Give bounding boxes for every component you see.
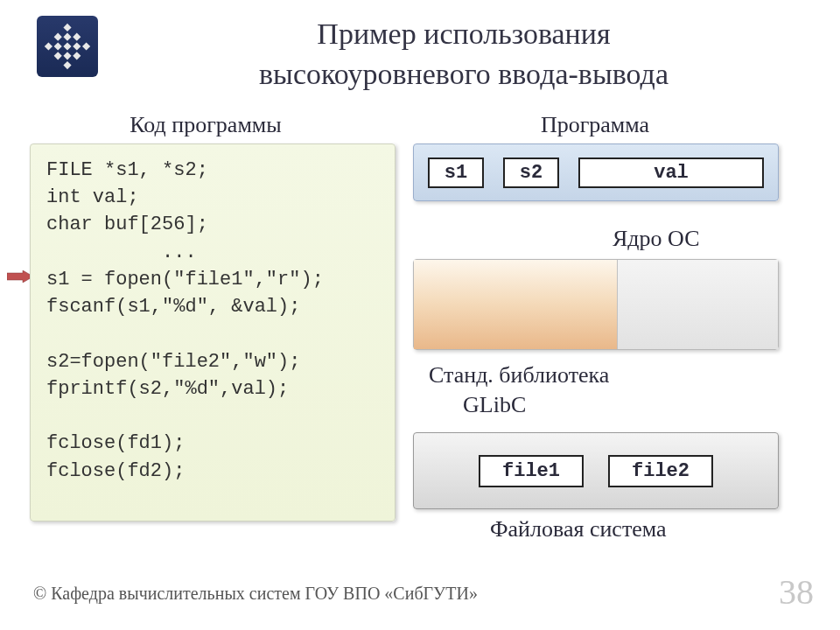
svg-rect-6: [63, 42, 71, 50]
title-line-1: Пример использования: [317, 18, 610, 50]
page-number: 38: [779, 571, 814, 612]
kernel-box: [413, 259, 779, 350]
file1-box: file1: [479, 455, 584, 487]
svg-rect-11: [73, 52, 80, 60]
glibc-line-1: Станд. библиотека: [429, 362, 609, 388]
svg-rect-3: [73, 33, 80, 41]
code-block: FILE *s1, *s2; int val; char buf[256]; .…: [30, 144, 396, 522]
label-code: Код программы: [39, 112, 372, 138]
glibc-line-2: GLibC: [463, 392, 526, 417]
svg-rect-12: [63, 61, 71, 69]
footer-copyright: © Кафедра вычислительных систем ГОУ ВПО …: [33, 584, 478, 604]
label-program: Программа: [411, 112, 779, 138]
logo-icon: [37, 16, 98, 77]
filesystem-box: file1 file2: [413, 432, 779, 509]
label-filesystem: Файловая система: [490, 516, 667, 542]
var-val: val: [578, 158, 764, 188]
title-line-2: высокоуровневого ввода-вывода: [259, 58, 668, 90]
slide-title: Пример использования высокоуровневого вв…: [114, 14, 814, 94]
kernel-right-segment: [618, 260, 778, 349]
svg-rect-2: [63, 33, 71, 41]
svg-rect-5: [54, 42, 62, 50]
svg-rect-0: [63, 24, 71, 32]
label-glibc: Станд. библиотека GLibC: [429, 360, 609, 420]
svg-rect-4: [45, 42, 52, 50]
svg-rect-10: [63, 52, 71, 60]
svg-rect-9: [54, 52, 62, 60]
kernel-left-segment: [414, 260, 618, 349]
svg-rect-8: [82, 42, 90, 50]
program-box: s1 s2 val: [413, 144, 779, 201]
var-s2: s2: [503, 158, 559, 188]
svg-rect-1: [54, 33, 62, 41]
var-s1: s1: [428, 158, 484, 188]
label-kernel: Ядро ОС: [612, 226, 700, 252]
file2-box: file2: [608, 455, 713, 487]
svg-rect-7: [73, 42, 80, 50]
